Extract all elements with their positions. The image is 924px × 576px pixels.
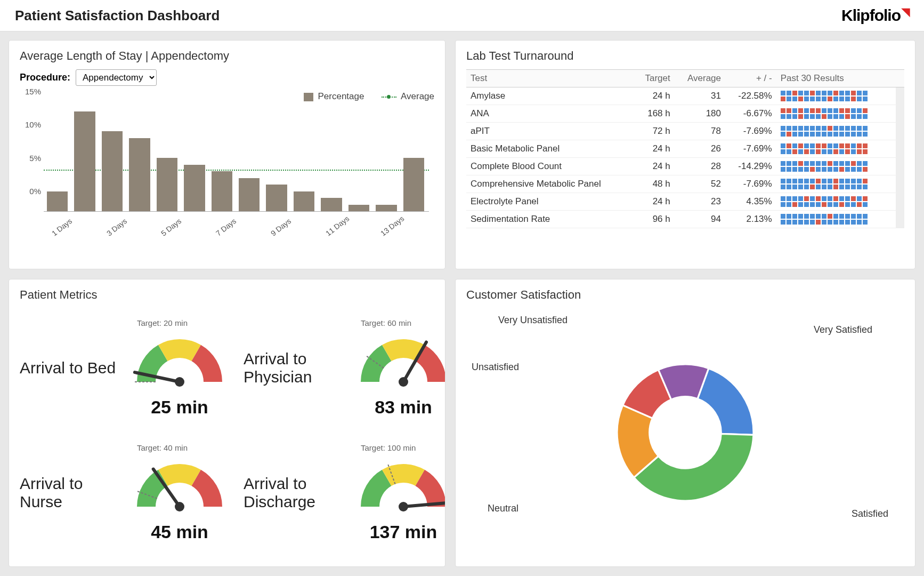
spark-cell xyxy=(833,108,838,113)
donut-slice xyxy=(698,369,753,435)
cell-pm: -14.29% xyxy=(725,158,776,175)
pm-label: Arrival to Nurse xyxy=(20,475,126,511)
pm-value: 83 min xyxy=(350,397,445,418)
lab-scrollbar[interactable] xyxy=(896,123,904,140)
cs-card: Customer Satisfaction Very Unsatisfied V… xyxy=(455,279,915,567)
spark-cell xyxy=(787,196,791,201)
spark-cell xyxy=(851,214,856,219)
spark-cell xyxy=(839,185,844,189)
spark-cell xyxy=(833,149,838,154)
cell-test: Comprehensive Metabolic Panel xyxy=(466,175,634,193)
sparkline xyxy=(781,179,871,189)
cell-spark xyxy=(776,211,896,228)
lab-table: Test Target Average + / - Past 30 Result… xyxy=(466,69,904,228)
spark-cell xyxy=(804,161,809,166)
pm-value: 45 min xyxy=(126,522,233,542)
spark-cell xyxy=(845,220,850,225)
spark-cell xyxy=(804,132,809,137)
cell-pm: -7.69% xyxy=(725,123,776,140)
pm-gauge-wrap: Target: 20 min25 min xyxy=(126,318,233,418)
spark-cell xyxy=(816,167,821,172)
lab-scrollbar[interactable] xyxy=(896,87,904,105)
cell-spark xyxy=(776,105,896,123)
spark-cell xyxy=(792,185,797,189)
spark-cell xyxy=(792,202,797,207)
spark-cell xyxy=(804,196,809,201)
spark-cell xyxy=(863,202,868,207)
spark-cell xyxy=(857,179,862,183)
cell-pm: -7.69% xyxy=(725,175,776,193)
spark-cell xyxy=(851,126,856,131)
spark-cell xyxy=(822,114,826,119)
procedure-select[interactable]: Appendectomy xyxy=(76,69,157,86)
spark-cell xyxy=(804,149,809,154)
spark-cell xyxy=(839,132,844,137)
spark-cell xyxy=(804,214,809,219)
spark-cell xyxy=(828,196,832,201)
lab-scrollbar[interactable] xyxy=(896,193,904,211)
pm-card: Patient Metrics Arrival to BedTarget: 20… xyxy=(9,279,445,567)
spark-cell xyxy=(781,108,785,113)
spark-cell xyxy=(845,214,850,219)
spark-cell xyxy=(863,149,868,154)
spark-cell xyxy=(828,108,832,113)
donut-label-very-unsatisfied: Very Unsatisfied xyxy=(498,315,568,326)
spark-cell xyxy=(781,149,785,154)
bar xyxy=(266,185,287,211)
pm-target: Target: 20 min xyxy=(137,318,233,327)
spark-cell xyxy=(822,202,826,207)
spark-cell xyxy=(845,149,850,154)
lab-col-target: Target xyxy=(634,70,674,87)
bar xyxy=(129,138,150,212)
spark-cell xyxy=(863,214,868,219)
pm-gauge-wrap: Target: 100 min137 min xyxy=(350,443,445,542)
cell-avg: 78 xyxy=(675,123,725,140)
lab-scrollbar[interactable] xyxy=(896,211,904,228)
spark-cell xyxy=(792,161,797,166)
spark-cell xyxy=(857,91,862,95)
legend-average-label: Average xyxy=(401,91,434,101)
cell-pm: -22.58% xyxy=(725,87,776,105)
spark-cell xyxy=(816,196,821,201)
cell-avg: 31 xyxy=(675,87,725,105)
lab-scrollbar[interactable] xyxy=(896,70,904,87)
spark-cell xyxy=(816,132,821,137)
spark-cell xyxy=(810,161,815,166)
pm-label: Arrival to Bed xyxy=(20,359,126,378)
cell-target: 168 h xyxy=(634,105,674,123)
spark-cell xyxy=(857,167,862,172)
lab-scrollbar[interactable] xyxy=(896,140,904,158)
donut-label-very-satisfied: Very Satisfied xyxy=(814,324,872,335)
spark-cell xyxy=(816,202,821,207)
spark-cell xyxy=(828,167,832,172)
spark-cell xyxy=(810,97,815,101)
cell-avg: 94 xyxy=(675,211,725,228)
spark-cell xyxy=(845,97,850,101)
sparkline xyxy=(781,214,871,225)
pm-target: Target: 100 min xyxy=(361,443,445,452)
spark-cell xyxy=(798,114,803,119)
spark-cell xyxy=(863,114,868,119)
spark-cell xyxy=(804,179,809,183)
cell-avg: 180 xyxy=(675,105,725,123)
svg-point-2 xyxy=(175,377,184,387)
lab-scrollbar[interactable] xyxy=(896,175,904,193)
spark-cell xyxy=(839,161,844,166)
lab-col-average: Average xyxy=(675,70,725,87)
spark-cell xyxy=(839,149,844,154)
spark-cell xyxy=(845,132,850,137)
spark-cell xyxy=(857,132,862,137)
spark-cell xyxy=(781,126,785,131)
spark-cell xyxy=(804,126,809,131)
cell-spark xyxy=(776,175,896,193)
spark-cell xyxy=(804,220,809,225)
cell-pm: 4.35% xyxy=(725,193,776,211)
spark-cell xyxy=(810,143,815,148)
spark-cell xyxy=(792,91,797,95)
pm-value: 137 min xyxy=(350,522,445,542)
lab-scrollbar[interactable] xyxy=(896,158,904,175)
los-card: Average Length of Stay | Appendectomy Pr… xyxy=(9,40,445,269)
lab-scrollbar[interactable] xyxy=(896,105,904,123)
spark-cell xyxy=(845,167,850,172)
spark-cell xyxy=(816,143,821,148)
